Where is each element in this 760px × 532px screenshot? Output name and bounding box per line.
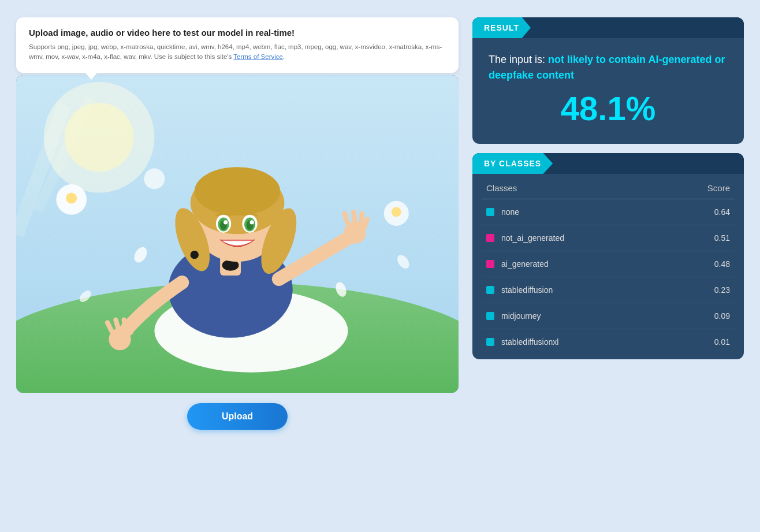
color-indicator <box>486 286 494 294</box>
result-card: RESULT The input is: not likely to conta… <box>472 17 744 144</box>
class-score: 0.23 <box>714 285 730 295</box>
svg-line-31 <box>124 319 125 329</box>
upload-description: Supports png, jpeg, jpg, webp, x-matrosk… <box>29 42 446 62</box>
class-name: ai_generated <box>501 259 549 269</box>
color-indicator <box>486 208 494 216</box>
result-header: RESULT <box>472 17 744 38</box>
svg-line-36 <box>361 213 362 224</box>
table-row: ai_generated 0.48 <box>482 251 735 277</box>
svg-point-25 <box>223 220 228 224</box>
col-score-header: Score <box>707 183 730 193</box>
right-panel: RESULT The input is: not likely to conta… <box>472 17 744 359</box>
class-name: midjourney <box>501 311 541 321</box>
color-indicator <box>486 338 494 346</box>
terms-link[interactable]: Terms of Service <box>233 53 283 60</box>
main-container: Upload image, audio or video here to tes… <box>16 17 744 430</box>
col-classes-header: Classes <box>486 183 517 193</box>
result-percentage: 48.1% <box>489 89 728 128</box>
svg-point-8 <box>392 207 401 217</box>
row-left: none <box>486 207 519 217</box>
color-indicator <box>486 312 494 320</box>
class-name: not_ai_generated <box>501 233 564 243</box>
class-name: stablediffusionxl <box>501 337 558 347</box>
row-left: stablediffusion <box>486 285 553 295</box>
svg-point-18 <box>195 167 280 215</box>
svg-point-9 <box>144 168 165 189</box>
upload-button[interactable]: Upload <box>187 403 288 430</box>
row-left: stablediffusionxl <box>486 337 558 347</box>
svg-line-37 <box>364 218 367 226</box>
table-row: none 0.64 <box>482 199 735 225</box>
svg-line-30 <box>116 319 118 329</box>
result-tag: RESULT <box>472 17 531 38</box>
class-score: 0.64 <box>714 207 730 217</box>
uploaded-image <box>16 75 459 393</box>
result-text: The input is: not likely to contain AI-g… <box>489 52 728 83</box>
svg-line-34 <box>345 213 348 224</box>
row-left: ai_generated <box>486 259 549 269</box>
upload-btn-row: Upload <box>16 403 459 430</box>
table-header: Classes Score <box>482 174 735 199</box>
row-left: midjourney <box>486 311 541 321</box>
classes-rows-container: none 0.64 not_ai_generated 0.51 ai_gener… <box>482 199 735 355</box>
svg-point-27 <box>191 251 199 259</box>
classes-body[interactable]: Classes Score none 0.64 not_ai_generated… <box>472 174 744 359</box>
color-indicator <box>486 260 494 268</box>
table-row: not_ai_generated 0.51 <box>482 225 735 251</box>
svg-point-26 <box>250 220 254 224</box>
classes-header: BY CLASSES <box>472 153 744 174</box>
row-left: not_ai_generated <box>486 233 564 243</box>
classes-tag: BY CLASSES <box>472 153 553 174</box>
table-row: midjourney 0.09 <box>482 303 735 329</box>
class-name: stablediffusion <box>501 285 553 295</box>
image-area[interactable] <box>16 75 459 393</box>
upload-title: Upload image, audio or video here to tes… <box>29 28 446 38</box>
color-indicator <box>486 234 494 242</box>
upload-tooltip: Upload image, audio or video here to tes… <box>16 17 459 73</box>
table-row: stablediffusionxl 0.01 <box>482 329 735 355</box>
class-score: 0.48 <box>714 259 730 269</box>
class-score: 0.01 <box>714 337 730 347</box>
table-row: stablediffusion 0.23 <box>482 277 735 303</box>
class-score: 0.09 <box>714 311 730 321</box>
result-prefix: The input is: <box>489 54 548 65</box>
svg-line-35 <box>353 211 355 222</box>
result-body: The input is: not likely to contain AI-g… <box>472 38 744 144</box>
classes-card: BY CLASSES Classes Score none 0.64 not_a… <box>472 153 744 359</box>
class-name: none <box>501 207 519 217</box>
left-panel: Upload image, audio or video here to tes… <box>16 17 459 430</box>
class-score: 0.51 <box>714 233 730 243</box>
svg-point-6 <box>66 192 77 203</box>
svg-line-32 <box>131 322 132 332</box>
